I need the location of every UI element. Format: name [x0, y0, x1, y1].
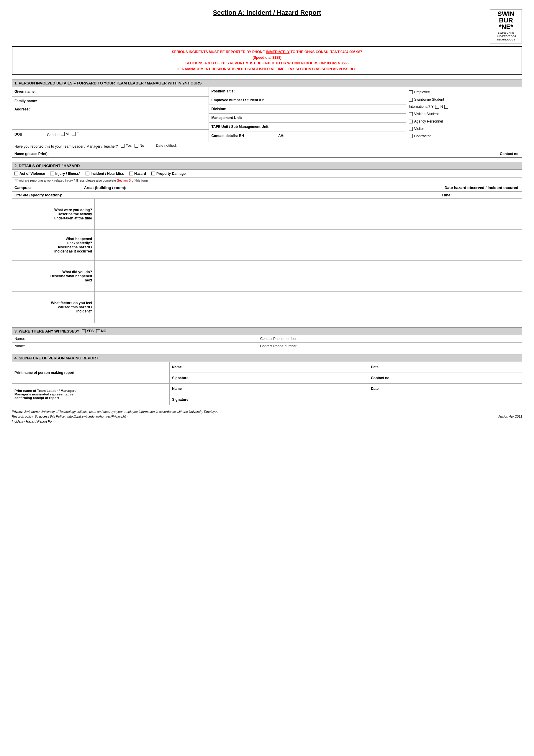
section4: 4. SIGNATURE OF PERSON MAKING REPORT Pri… [12, 354, 522, 405]
swinburne-student-checkbox-item: Swinburne Student [409, 96, 519, 103]
witness2-row: Name: Contact Phone number: [12, 342, 522, 350]
footer: Privacy: Swinburne University of Technol… [12, 409, 522, 424]
international-checkbox-item: International? Y N [409, 103, 519, 110]
contractor-checkbox[interactable] [409, 134, 413, 138]
incident-questions: What were you doing?Describe the activit… [12, 199, 522, 323]
incident-near-miss-checkbox[interactable] [86, 172, 89, 176]
section2-note: *If you are reporting a work related inj… [12, 178, 522, 184]
person-type-checkboxes: Employee Swinburne Student International… [406, 87, 522, 142]
section2: 2. DETAILS OF INCIDENT / HAZARD Act of V… [12, 162, 522, 323]
privacy-link[interactable]: http://ppd.swin.edu.au/humres/Privacy.ht… [67, 415, 128, 418]
injury-illness-checkbox[interactable] [50, 172, 54, 176]
witnesses-rows: Name: Contact Phone number: Name: Contac… [12, 335, 522, 350]
emp-student-row: Employee number / Student ID: [209, 96, 405, 105]
swinburne-student-checkbox[interactable] [409, 98, 413, 102]
witnesses-no-checkbox[interactable] [96, 329, 100, 333]
employee-checkbox[interactable] [409, 90, 413, 94]
reported-yes-checkbox[interactable] [121, 144, 124, 148]
visiting-student-checkbox-item: Visiting Student [409, 111, 519, 118]
witness1-row: Name: Contact Phone number: [12, 335, 522, 342]
section1-header: 1. PERSON INVOLVED DETAILS – FORWARD TO … [12, 79, 522, 87]
section-b-link[interactable]: Section B [117, 179, 131, 182]
agency-personnel-checkbox-item: Agency Personnel [409, 118, 519, 125]
position-title-row: Position Title: [209, 87, 405, 96]
question2-label: What happenedunexpectedly?Describe the h… [12, 230, 95, 261]
offsite-row: Off-Site (specify location): Time: [12, 192, 522, 199]
property-damage-checkbox[interactable] [151, 172, 155, 176]
contractor-checkbox-item: Contractor [409, 133, 519, 140]
visiting-student-checkbox[interactable] [409, 112, 413, 116]
agency-personnel-checkbox[interactable] [409, 120, 413, 123]
act-of-violence-checkbox[interactable] [14, 172, 18, 176]
question3-label: What did you do?Describe what happenedne… [12, 261, 95, 292]
question1-label: What were you doing?Describe the activit… [12, 199, 95, 230]
hazard-checkbox[interactable] [129, 172, 133, 176]
question2-answer[interactable] [95, 230, 522, 261]
gender-f-checkbox[interactable] [72, 132, 76, 136]
question4-label: What factors do you feelcaused this haza… [12, 292, 95, 323]
section1: 1. PERSON INVOLVED DETAILS – FORWARD TO … [12, 79, 522, 158]
international-n-checkbox[interactable] [444, 105, 448, 109]
dob-gender-row: DOB: Gender: M F [12, 130, 209, 139]
incident-type-checkboxes: Act of Violence Injury / Illness* Incide… [12, 170, 522, 178]
contact-row: Contact details: BH AH: [209, 131, 405, 140]
section4-header: 4. SIGNATURE OF PERSON MAKING REPORT [12, 354, 522, 362]
division-row: Division: [209, 105, 405, 114]
international-y-checkbox[interactable] [435, 105, 439, 109]
campus-row: Campus: Area: (building / room): Date ha… [12, 184, 522, 192]
section3: 3. WERE THERE ANY WITNESSES? YES NO Name… [12, 327, 522, 350]
visitor-checkbox-item: Visitor [409, 125, 519, 132]
signature-row1: Print name of person making report Name … [12, 362, 522, 384]
page-title: Section A: Incident / Hazard Report [44, 9, 490, 16]
question4-answer[interactable] [95, 292, 522, 323]
signature-row2: Print name of Team Leader / Manager /Man… [12, 384, 522, 405]
reported-no-checkbox[interactable] [135, 144, 139, 148]
management-unit-row: Management Unit: [209, 114, 405, 122]
name-print-row: Name (please Print): Contact no: [12, 150, 522, 157]
question3-answer[interactable] [95, 261, 522, 292]
witnesses-yes-checkbox[interactable] [82, 329, 86, 333]
visitor-checkbox[interactable] [409, 127, 413, 131]
section3-header: 3. WERE THERE ANY WITNESSES? YES NO [12, 328, 522, 335]
question1-answer[interactable] [95, 199, 522, 230]
given-name-row: Given name: [12, 87, 209, 96]
section2-header: 2. DETAILS OF INCIDENT / HAZARD [12, 162, 522, 170]
alert-box: SERIOUS INCIDENTS MUST BE REPORTED BY PH… [12, 46, 522, 75]
tafe-row: TAFE Unit / Sub Management Unit: [209, 122, 405, 131]
employee-checkbox-item: Employee [409, 89, 519, 96]
address-row: Address: [12, 106, 209, 130]
gender-m-checkbox[interactable] [61, 132, 64, 136]
logo-box: SWIN BUR *NE* SWINBURNEUNIVERSITY OFTECH… [490, 9, 522, 43]
reported-row: Have you reported this to your Team Lead… [12, 142, 522, 150]
family-name-row: Family name: [12, 96, 209, 106]
